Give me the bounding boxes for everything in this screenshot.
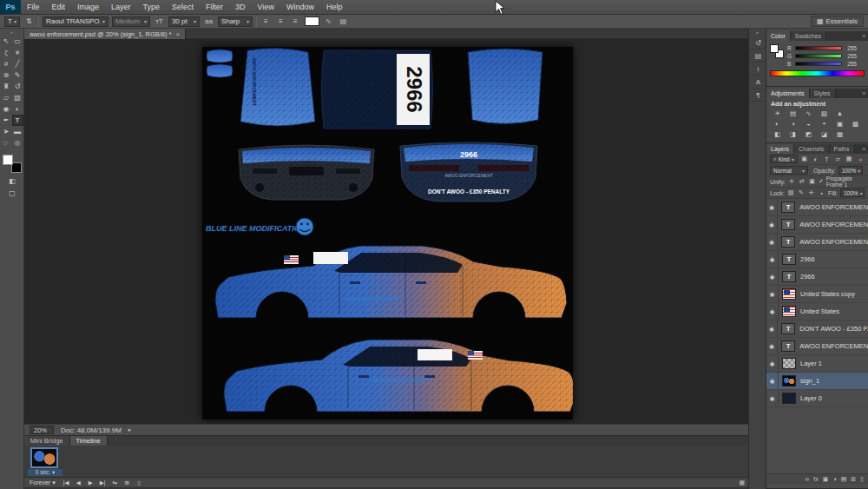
black-white-icon[interactable]: ◒ xyxy=(801,118,816,129)
visibility-eye-icon[interactable]: ◉ xyxy=(766,338,778,354)
unify-style-icon[interactable]: ▣ xyxy=(808,178,816,185)
document-canvas[interactable]: AWOO ENFORCEMENT 2966 xyxy=(202,47,573,420)
channel-mixer-icon[interactable]: ▣ xyxy=(832,118,847,129)
image-layer-thumbnail[interactable] xyxy=(782,393,796,404)
layer-row[interactable]: ◉ United States copy xyxy=(766,286,868,303)
info-panel-button[interactable]: i xyxy=(749,63,767,76)
layer-name[interactable]: sign_1 xyxy=(800,377,819,385)
layer-row[interactable]: ◉ Layer 0 xyxy=(766,390,868,407)
tool-horizontal-type[interactable]: T xyxy=(12,115,23,126)
lock-pixels-icon[interactable]: ✎ xyxy=(798,189,806,196)
layer-name[interactable]: United States xyxy=(800,307,839,315)
tab-color[interactable]: Color xyxy=(766,31,791,41)
visibility-eye-icon[interactable]: ◉ xyxy=(766,216,778,233)
layer-row[interactable]: ◉ T AWOO ENFORCEMENT xyxy=(766,234,868,251)
quick-mask-button[interactable]: ◧ xyxy=(0,177,24,185)
tool-quick-selection[interactable]: ∗ xyxy=(12,47,23,58)
lock-position-icon[interactable]: ✛ xyxy=(807,189,815,196)
image-layer-thumbnail[interactable] xyxy=(782,306,796,317)
menu-view[interactable]: View xyxy=(252,0,280,14)
gradient-map-icon[interactable]: ◪ xyxy=(817,129,832,139)
panel-menu-icon[interactable]: ≡ xyxy=(859,89,868,98)
align-center-button[interactable]: ≡ xyxy=(275,16,286,27)
close-icon[interactable]: × xyxy=(176,30,181,38)
filter-smart-icon[interactable]: ▦ xyxy=(845,155,853,162)
text-layer-thumbnail[interactable]: T xyxy=(781,236,795,248)
image-layer-thumbnail[interactable] xyxy=(782,358,796,369)
tool-brush[interactable]: ✎ xyxy=(12,69,23,81)
tab-swatches[interactable]: Swatches xyxy=(791,31,826,41)
tab-layers[interactable]: Layers xyxy=(766,144,794,154)
levels-icon[interactable]: ▤ xyxy=(786,108,800,118)
tool-zoom[interactable]: ◎ xyxy=(12,137,23,149)
expand-dock-button[interactable]: « xyxy=(749,29,766,36)
tool-eraser[interactable]: ▱ xyxy=(1,92,12,103)
tool-rectangular-marquee[interactable]: ▭ xyxy=(12,36,23,47)
adjustment-layer-icon[interactable]: ◑ xyxy=(832,476,836,482)
photo-filter-icon[interactable]: ◓ xyxy=(817,118,832,129)
menu-edit[interactable]: Edit xyxy=(46,0,72,14)
fill-select[interactable]: 100% ▾ xyxy=(840,188,865,197)
exposure-icon[interactable]: ▧ xyxy=(817,108,832,118)
layer-name[interactable]: 2966 xyxy=(800,273,815,281)
text-layer-thumbnail[interactable]: T xyxy=(782,254,796,265)
loop-count-select[interactable]: Forever ▾ xyxy=(30,479,56,486)
tool-pen[interactable]: ✒ xyxy=(1,115,12,126)
image-layer-thumbnail[interactable] xyxy=(782,375,796,387)
red-slider[interactable] xyxy=(795,46,842,50)
blend-mode-select[interactable]: Normal ▾ xyxy=(770,166,808,175)
delete-frame-button[interactable]: ▯ xyxy=(135,479,144,486)
color-balance-icon[interactable]: ◑ xyxy=(786,118,800,129)
screen-mode-button[interactable]: ▢ xyxy=(0,189,24,197)
threshold-icon[interactable]: ◩ xyxy=(801,129,816,139)
menu-filter[interactable]: Filter xyxy=(200,0,229,14)
layer-name[interactable]: AWOO ENFORCEMENT xyxy=(799,221,868,228)
selective-color-icon[interactable]: ▦ xyxy=(832,129,847,139)
brightness-contrast-icon[interactable]: ☀ xyxy=(770,108,785,118)
tool-rectangle[interactable]: ▬ xyxy=(12,126,23,137)
layer-row[interactable]: ◉ T AWOO ENFORCEMENT xyxy=(766,338,868,355)
tab-adjustments[interactable]: Adjustments xyxy=(766,89,810,98)
color-spectrum-bar[interactable] xyxy=(770,70,865,76)
layer-group-icon[interactable]: ▤ xyxy=(841,476,847,483)
text-layer-thumbnail[interactable]: T xyxy=(781,340,795,352)
toggle-panels-button[interactable]: ▤ xyxy=(338,16,349,27)
align-right-button[interactable]: ≡ xyxy=(290,16,301,27)
document-tab[interactable]: awoo enforcement.psd @ 20% (sign_1, RGB/… xyxy=(24,29,186,39)
trash-icon[interactable]: ▯ xyxy=(860,476,864,483)
foreground-color-well[interactable] xyxy=(770,44,779,53)
text-layer-thumbnail[interactable]: T xyxy=(782,271,796,282)
opacity-select[interactable]: 100% ▾ xyxy=(838,166,863,175)
vibrance-icon[interactable]: ▲ xyxy=(832,108,847,118)
filter-pixel-icon[interactable]: ▣ xyxy=(800,155,809,162)
warp-text-button[interactable]: ∿ xyxy=(323,16,334,27)
menu-3d[interactable]: 3D xyxy=(229,0,252,14)
panel-menu-icon[interactable]: ≡ xyxy=(859,31,868,41)
menu-window[interactable]: Window xyxy=(280,0,320,14)
filter-toggle-icon[interactable]: ● xyxy=(856,156,865,162)
layer-mask-icon[interactable]: ▣ xyxy=(823,476,829,483)
tool-crop[interactable]: # xyxy=(1,58,12,69)
properties-panel-button[interactable]: ▤ xyxy=(749,50,767,63)
workspace-switcher[interactable]: ▦ Essentials xyxy=(811,16,864,27)
visibility-eye-icon[interactable]: ◉ xyxy=(766,373,779,389)
zoom-level-field[interactable]: 20% xyxy=(30,426,54,434)
foreground-color-swatch[interactable] xyxy=(3,155,13,165)
menu-layer[interactable]: Layer xyxy=(105,0,137,14)
tool-blur[interactable]: ◉ xyxy=(1,103,12,115)
align-left-button[interactable]: ≡ xyxy=(260,16,272,27)
menu-help[interactable]: Help xyxy=(320,0,349,14)
tool-hand[interactable]: ☞ xyxy=(1,137,12,149)
font-family-select[interactable]: Raoul TRANSPO... ▾ xyxy=(43,17,108,27)
layer-row[interactable]: ◉ T 2966 xyxy=(766,251,868,268)
visibility-eye-icon[interactable]: ◉ xyxy=(766,251,779,268)
tab-mini-bridge[interactable]: Mini Bridge xyxy=(24,436,70,446)
visibility-eye-icon[interactable]: ◉ xyxy=(766,234,778,250)
tab-paths[interactable]: Paths xyxy=(830,144,855,154)
visibility-eye-icon[interactable]: ◉ xyxy=(766,286,779,302)
text-orientation-button[interactable]: ⇅ xyxy=(23,16,35,27)
menu-type[interactable]: Type xyxy=(137,0,167,14)
character-panel-button[interactable]: A xyxy=(749,76,767,89)
color-lookup-icon[interactable]: ▩ xyxy=(848,118,863,129)
image-layer-thumbnail[interactable] xyxy=(782,288,796,300)
